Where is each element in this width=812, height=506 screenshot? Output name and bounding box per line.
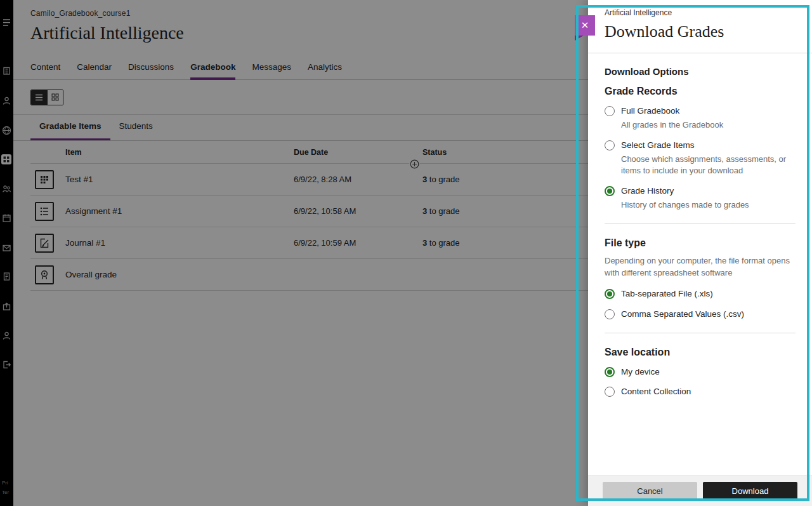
app-window: Pri Ter Camilo_Gradebook_course1 Artific… (0, 0, 812, 506)
radio-select-grade-items[interactable] (605, 140, 615, 150)
radio-option-csv: Comma Separated Values (.csv) (605, 309, 796, 321)
radio-option-xls: Tab-separated File (.xls) (605, 288, 796, 300)
radio-description: History of changes made to grades (621, 199, 749, 211)
radio-label[interactable]: My device (621, 366, 660, 378)
close-icon: ✕ (581, 20, 589, 30)
radio-full-gradebook[interactable] (605, 106, 615, 116)
cancel-button[interactable]: Cancel (603, 482, 697, 500)
radio-option-my-device: My device (605, 366, 796, 378)
download-button[interactable]: Download (703, 482, 797, 500)
panel-body: Download Options Grade Records Full Grad… (588, 53, 812, 398)
file-type-description: Depending on your computer, the file for… (605, 255, 796, 279)
radio-option-content-collection: Content Collection (605, 386, 796, 398)
radio-option-select-grade-items: Select Grade Items Choose which assignme… (605, 140, 796, 178)
panel-title: Download Grades (605, 22, 796, 41)
radio-label[interactable]: Select Grade Items (621, 140, 796, 152)
save-location-heading: Save location (605, 347, 796, 358)
radio-label[interactable]: Full Gradebook (621, 105, 723, 117)
radio-label[interactable]: Tab-separated File (.xls) (621, 288, 713, 300)
radio-option-full-gradebook: Full Gradebook All grades in the Gradebo… (605, 105, 796, 131)
radio-xls[interactable] (605, 289, 615, 299)
radio-grade-history[interactable] (605, 186, 615, 196)
radio-description: All grades in the Gradebook (621, 119, 723, 131)
radio-my-device[interactable] (605, 367, 615, 377)
radio-label[interactable]: Comma Separated Values (.csv) (621, 309, 744, 321)
panel-course-label: Artificial Intelligence (605, 8, 796, 17)
download-options-heading: Download Options (605, 66, 796, 77)
download-grades-panel: ✕ Artificial Intelligence Download Grade… (588, 0, 812, 506)
grade-records-heading: Grade Records (605, 86, 796, 97)
section-divider (605, 333, 796, 333)
radio-content-collection[interactable] (605, 387, 615, 397)
panel-footer: Cancel Download (588, 476, 812, 506)
radio-label[interactable]: Content Collection (621, 386, 691, 398)
panel-header: Artificial Intelligence Download Grades (588, 0, 812, 53)
radio-label[interactable]: Grade History (621, 185, 749, 197)
section-divider (605, 223, 796, 224)
radio-option-grade-history: Grade History History of changes made to… (605, 185, 796, 211)
file-type-heading: File type (605, 237, 796, 249)
radio-csv[interactable] (605, 309, 615, 319)
close-panel-button[interactable]: ✕ (575, 15, 595, 36)
radio-description: Choose which assignments, assessments, o… (621, 154, 796, 178)
